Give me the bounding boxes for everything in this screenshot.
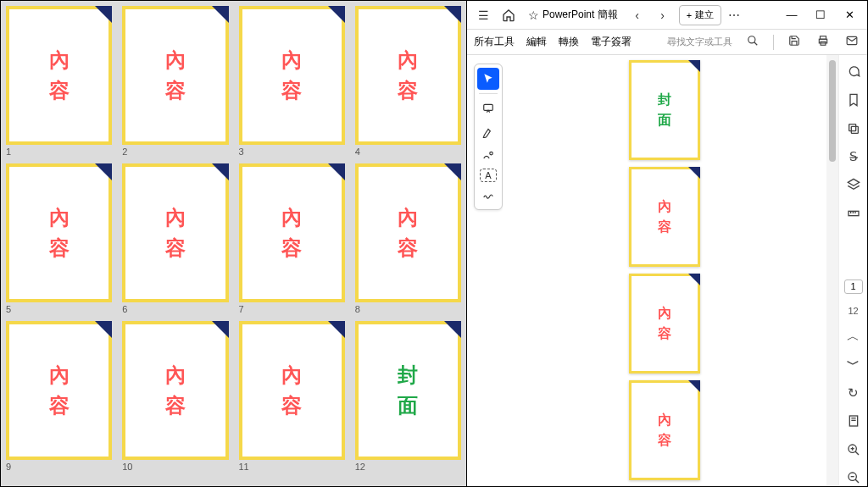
content-label: 內 容 bbox=[49, 45, 70, 106]
bookmark-icon[interactable] bbox=[844, 91, 863, 108]
thumbnail-number: 7 bbox=[239, 304, 345, 314]
highlight-tool[interactable] bbox=[477, 121, 499, 143]
draw-tool[interactable] bbox=[477, 145, 499, 167]
thumbnail-card[interactable]: 內 容 bbox=[239, 321, 345, 460]
thumbnail-number: 11 bbox=[239, 462, 345, 472]
comment-tool[interactable] bbox=[477, 97, 499, 119]
thumbnail-cell[interactable]: 內 容8 bbox=[355, 163, 461, 316]
thumbnail-number: 9 bbox=[6, 462, 112, 472]
thumbnail-number: 5 bbox=[6, 304, 112, 314]
create-button[interactable]: + 建立 bbox=[679, 5, 721, 25]
thumbnail-card[interactable]: 內 容 bbox=[6, 163, 112, 302]
minimize-button[interactable]: — bbox=[777, 3, 806, 28]
thumbnail-card[interactable]: 內 容 bbox=[355, 6, 461, 145]
menu-edit[interactable]: 編輯 bbox=[526, 35, 547, 49]
corner-fold-icon bbox=[95, 6, 112, 23]
thumbnail-card[interactable]: 封 面 bbox=[355, 321, 461, 460]
document-tab[interactable]: ☆ PowerPoint 簡報 bbox=[521, 3, 625, 28]
total-pages: 12 bbox=[848, 306, 858, 316]
thumbnail-card[interactable]: 內 容 bbox=[122, 321, 228, 460]
thumbnail-card[interactable]: 內 容 bbox=[355, 163, 461, 302]
thumbnail-card[interactable]: 內 容 bbox=[122, 6, 228, 145]
thumbnail-cell[interactable]: 封 面12 bbox=[355, 321, 461, 473]
toolbar-separator bbox=[479, 93, 498, 94]
home-button[interactable] bbox=[496, 3, 521, 28]
thumbnail-cell[interactable]: 內 容2 bbox=[122, 6, 228, 158]
title-bar: ☰ ☆ PowerPoint 簡報 ‹ › + 建立 ⋯ — ☐ ✕ bbox=[467, 1, 867, 30]
pdf-viewer-panel: ☰ ☆ PowerPoint 簡報 ‹ › + 建立 ⋯ — ☐ ✕ 所有工具 … bbox=[467, 0, 868, 487]
thumbnail-cell[interactable]: 內 容3 bbox=[239, 6, 345, 158]
vertical-scrollbar[interactable] bbox=[826, 55, 838, 486]
zoom-out-icon[interactable] bbox=[844, 470, 863, 486]
thumbnail-number: 12 bbox=[355, 462, 461, 472]
thumbnail-cell[interactable]: 內 容6 bbox=[122, 163, 228, 316]
close-button[interactable]: ✕ bbox=[835, 3, 864, 28]
corner-fold-icon bbox=[688, 167, 700, 179]
thumbnail-card[interactable]: 內 容 bbox=[6, 6, 112, 145]
menu-hamburger-button[interactable]: ☰ bbox=[470, 3, 496, 28]
thumbnail-cell[interactable]: 內 容5 bbox=[6, 163, 112, 316]
content-row: A 封 面內 容內 容內 容 S̶ bbox=[467, 55, 867, 486]
thumbnail-cell[interactable]: 內 容9 bbox=[6, 321, 112, 473]
right-tool-column: S̶ 1 12 ︿ ﹀ ↻ bbox=[838, 55, 867, 486]
page-card[interactable]: 內 容 bbox=[629, 274, 700, 374]
search-icon[interactable] bbox=[744, 35, 761, 49]
cover-label: 封 面 bbox=[398, 360, 418, 421]
content-label: 內 容 bbox=[658, 303, 671, 344]
zoom-in-icon[interactable] bbox=[844, 441, 863, 457]
menu-all-tools[interactable]: 所有工具 bbox=[474, 35, 515, 49]
print-icon[interactable] bbox=[815, 35, 832, 49]
thumbnail-cell[interactable]: 內 容1 bbox=[6, 6, 112, 158]
ruler-icon[interactable] bbox=[844, 205, 863, 221]
next-tab-button[interactable]: › bbox=[650, 3, 676, 28]
copy-icon[interactable] bbox=[844, 120, 863, 136]
layers-icon[interactable] bbox=[844, 177, 863, 193]
corner-fold-icon bbox=[444, 163, 461, 180]
maximize-button[interactable]: ☐ bbox=[806, 3, 835, 28]
rotate-icon[interactable]: ↻ bbox=[844, 385, 863, 401]
corner-fold-icon bbox=[95, 321, 112, 338]
page-view-icon[interactable] bbox=[844, 413, 863, 429]
thumbnail-cell[interactable]: 內 容7 bbox=[239, 163, 345, 316]
prev-tab-button[interactable]: ‹ bbox=[625, 3, 650, 28]
thumbnail-card[interactable]: 內 容 bbox=[239, 6, 345, 145]
thumbnail-number: 1 bbox=[6, 147, 112, 157]
select-tool[interactable] bbox=[477, 68, 499, 90]
more-options-button[interactable]: ⋯ bbox=[721, 3, 747, 28]
menu-convert[interactable]: 轉換 bbox=[559, 35, 579, 49]
star-icon: ☆ bbox=[528, 8, 539, 22]
page-viewport[interactable]: 封 面內 容內 容內 容 bbox=[503, 55, 826, 486]
content-label: 內 容 bbox=[165, 202, 186, 263]
signature-tool[interactable] bbox=[477, 184, 499, 206]
page-card[interactable]: 封 面 bbox=[629, 60, 700, 160]
create-label: 建立 bbox=[695, 8, 714, 21]
save-icon[interactable] bbox=[786, 35, 803, 49]
page-card[interactable]: 內 容 bbox=[629, 167, 700, 267]
menu-esign[interactable]: 電子簽署 bbox=[591, 35, 632, 49]
text-tool[interactable]: A bbox=[480, 169, 497, 182]
strikethrough-icon[interactable]: S̶ bbox=[844, 148, 863, 164]
corner-fold-icon bbox=[328, 321, 345, 338]
thumbnail-card[interactable]: 內 容 bbox=[122, 163, 228, 302]
svg-point-0 bbox=[748, 36, 755, 43]
thumbnail-cell[interactable]: 內 容10 bbox=[122, 321, 228, 473]
mail-icon[interactable] bbox=[843, 35, 860, 49]
current-page-indicator[interactable]: 1 bbox=[844, 279, 863, 295]
chevron-up-icon[interactable]: ︿ bbox=[844, 328, 863, 344]
chevron-down-icon[interactable]: ﹀ bbox=[844, 357, 863, 373]
corner-fold-icon bbox=[212, 163, 229, 180]
plus-icon: + bbox=[687, 10, 692, 20]
chat-icon[interactable] bbox=[844, 64, 863, 80]
thumbnail-number: 6 bbox=[122, 304, 228, 314]
scrollbar-thumb[interactable] bbox=[829, 60, 836, 162]
tab-label: PowerPoint 簡報 bbox=[542, 8, 618, 22]
thumbnail-number: 4 bbox=[355, 147, 461, 157]
thumbnail-card[interactable]: 內 容 bbox=[239, 163, 345, 302]
svg-rect-9 bbox=[849, 124, 855, 130]
thumbnail-card[interactable]: 內 容 bbox=[6, 321, 112, 460]
svg-rect-6 bbox=[484, 104, 493, 110]
corner-fold-icon bbox=[688, 380, 700, 392]
thumbnail-cell[interactable]: 內 容11 bbox=[239, 321, 345, 473]
page-card[interactable]: 內 容 bbox=[629, 380, 700, 480]
thumbnail-cell[interactable]: 內 容4 bbox=[355, 6, 461, 158]
